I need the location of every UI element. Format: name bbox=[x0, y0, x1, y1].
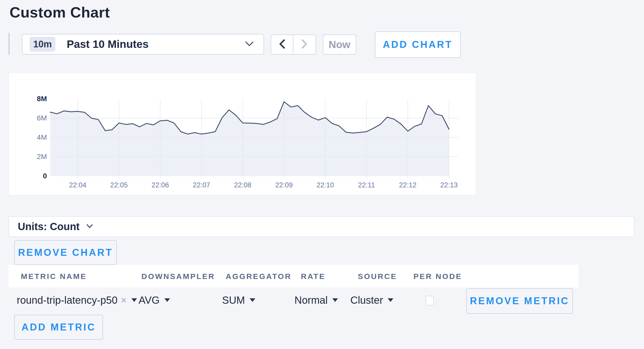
time-range-label: Past 10 Minutes bbox=[67, 38, 148, 50]
metrics-table-header: METRIC NAME DOWNSAMPLER AGGREGATOR RATE … bbox=[9, 265, 578, 287]
rate-select[interactable]: Normal bbox=[294, 287, 338, 313]
metric-name-select[interactable]: round-trip-latency-p50 × bbox=[17, 287, 137, 313]
x-tick-label: 22:10 bbox=[317, 181, 334, 189]
caret-down-icon bbox=[131, 298, 137, 302]
time-range-dropdown[interactable]: 10m Past 10 Minutes bbox=[22, 34, 264, 55]
downsampler-value: AVG bbox=[139, 294, 160, 306]
time-range-badge: 10m bbox=[30, 37, 55, 52]
header-aggregator: AGGREGATOR bbox=[226, 272, 292, 281]
x-tick-label: 22:05 bbox=[110, 181, 128, 189]
x-tick-label: 22:13 bbox=[440, 181, 458, 189]
chevron-down-icon bbox=[245, 41, 254, 48]
y-tick-label: 0 bbox=[43, 172, 47, 180]
caret-down-icon bbox=[250, 298, 255, 302]
x-tick-label: 22:04 bbox=[69, 181, 87, 189]
source-value: Cluster bbox=[350, 294, 383, 306]
header-downsampler: DOWNSAMPLER bbox=[141, 272, 215, 281]
units-label: Units: Count bbox=[18, 221, 80, 232]
remove-metric-button[interactable]: REMOVE METRIC bbox=[466, 288, 573, 314]
y-tick-label: 6M bbox=[37, 114, 47, 122]
rate-value: Normal bbox=[294, 294, 328, 306]
area-series bbox=[50, 102, 449, 176]
remove-chart-button[interactable]: REMOVE CHART bbox=[14, 240, 117, 265]
x-tick-label: 22:08 bbox=[234, 181, 252, 189]
x-tick-label: 22:09 bbox=[275, 181, 293, 189]
header-metric-name: METRIC NAME bbox=[21, 272, 87, 281]
y-tick-label: 2M bbox=[37, 153, 47, 161]
x-tick-label: 22:07 bbox=[193, 181, 210, 189]
header-per-node: PER NODE bbox=[413, 272, 462, 281]
source-select[interactable]: Cluster bbox=[350, 287, 393, 313]
x-tick-label: 22:12 bbox=[399, 181, 417, 189]
page-title: Custom Chart bbox=[10, 4, 110, 21]
timeseries-chart-card: 22:0422:0522:0622:0722:0822:0922:1022:11… bbox=[9, 73, 476, 195]
caret-down-icon bbox=[164, 298, 170, 302]
custom-chart-page: Custom Chart 10m Past 10 Minutes Now ADD… bbox=[0, 0, 644, 349]
x-tick-label: 22:06 bbox=[151, 181, 169, 189]
x-tick-label: 22:11 bbox=[358, 181, 375, 189]
step-forward-button[interactable] bbox=[293, 35, 316, 54]
header-rate: RATE bbox=[301, 272, 325, 281]
add-metric-button[interactable]: ADD METRIC bbox=[14, 315, 103, 340]
units-dropdown[interactable]: Units: Count bbox=[9, 216, 634, 237]
caret-down-icon bbox=[388, 298, 393, 302]
chevron-right-icon bbox=[301, 39, 308, 50]
time-step-button-group bbox=[271, 34, 316, 55]
per-node-checkbox[interactable] bbox=[426, 296, 434, 306]
metric-name-value: round-trip-latency-p50 bbox=[17, 294, 117, 306]
timeseries-chart: 22:0422:0522:0622:0722:0822:0922:1022:11… bbox=[9, 73, 477, 196]
y-tick-label: 4M bbox=[37, 133, 47, 141]
aggregator-value: SUM bbox=[222, 294, 245, 306]
chevron-down-icon bbox=[86, 224, 93, 229]
chevron-left-icon bbox=[279, 39, 285, 50]
header-source: SOURCE bbox=[358, 272, 397, 281]
y-tick-label: 8M bbox=[37, 95, 47, 103]
caret-down-icon bbox=[332, 298, 338, 302]
aggregator-select[interactable]: SUM bbox=[222, 287, 255, 313]
downsampler-select[interactable]: AVG bbox=[139, 287, 170, 313]
add-chart-button[interactable]: ADD CHART bbox=[375, 31, 461, 58]
toolbar-left-divider bbox=[9, 33, 10, 55]
step-back-button[interactable] bbox=[271, 35, 293, 54]
now-button[interactable]: Now bbox=[323, 34, 356, 55]
remove-tag-icon[interactable]: × bbox=[121, 294, 126, 306]
